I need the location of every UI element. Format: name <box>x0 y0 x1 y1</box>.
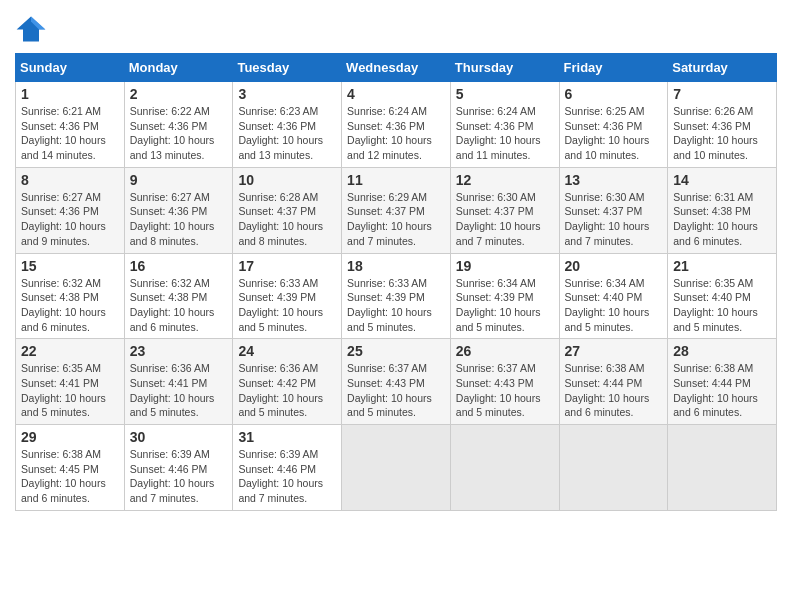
day-number: 21 <box>673 258 771 274</box>
day-info: Sunrise: 6:39 AMSunset: 4:46 PMDaylight:… <box>238 447 336 506</box>
calendar-cell: 11Sunrise: 6:29 AMSunset: 4:37 PMDayligh… <box>342 167 451 253</box>
day-info: Sunrise: 6:33 AMSunset: 4:39 PMDaylight:… <box>238 276 336 335</box>
calendar-cell: 31Sunrise: 6:39 AMSunset: 4:46 PMDayligh… <box>233 425 342 511</box>
calendar-cell: 23Sunrise: 6:36 AMSunset: 4:41 PMDayligh… <box>124 339 233 425</box>
calendar-header-row: Sunday Monday Tuesday Wednesday Thursday… <box>16 54 777 82</box>
day-info: Sunrise: 6:38 AMSunset: 4:44 PMDaylight:… <box>565 361 663 420</box>
day-info: Sunrise: 6:36 AMSunset: 4:42 PMDaylight:… <box>238 361 336 420</box>
col-friday: Friday <box>559 54 668 82</box>
calendar-cell: 17Sunrise: 6:33 AMSunset: 4:39 PMDayligh… <box>233 253 342 339</box>
calendar-week-row: 1Sunrise: 6:21 AMSunset: 4:36 PMDaylight… <box>16 82 777 168</box>
day-number: 11 <box>347 172 445 188</box>
col-tuesday: Tuesday <box>233 54 342 82</box>
calendar-cell <box>559 425 668 511</box>
day-info: Sunrise: 6:24 AMSunset: 4:36 PMDaylight:… <box>347 104 445 163</box>
calendar-cell <box>668 425 777 511</box>
day-number: 14 <box>673 172 771 188</box>
calendar-cell <box>342 425 451 511</box>
calendar-cell: 19Sunrise: 6:34 AMSunset: 4:39 PMDayligh… <box>450 253 559 339</box>
page-header <box>15 15 777 43</box>
day-info: Sunrise: 6:30 AMSunset: 4:37 PMDaylight:… <box>456 190 554 249</box>
col-saturday: Saturday <box>668 54 777 82</box>
day-info: Sunrise: 6:37 AMSunset: 4:43 PMDaylight:… <box>347 361 445 420</box>
day-info: Sunrise: 6:35 AMSunset: 4:41 PMDaylight:… <box>21 361 119 420</box>
calendar-week-row: 29Sunrise: 6:38 AMSunset: 4:45 PMDayligh… <box>16 425 777 511</box>
day-info: Sunrise: 6:37 AMSunset: 4:43 PMDaylight:… <box>456 361 554 420</box>
calendar-cell: 25Sunrise: 6:37 AMSunset: 4:43 PMDayligh… <box>342 339 451 425</box>
day-info: Sunrise: 6:30 AMSunset: 4:37 PMDaylight:… <box>565 190 663 249</box>
calendar-cell: 30Sunrise: 6:39 AMSunset: 4:46 PMDayligh… <box>124 425 233 511</box>
calendar-cell: 15Sunrise: 6:32 AMSunset: 4:38 PMDayligh… <box>16 253 125 339</box>
col-sunday: Sunday <box>16 54 125 82</box>
day-number: 29 <box>21 429 119 445</box>
calendar-cell: 2Sunrise: 6:22 AMSunset: 4:36 PMDaylight… <box>124 82 233 168</box>
day-number: 4 <box>347 86 445 102</box>
day-info: Sunrise: 6:23 AMSunset: 4:36 PMDaylight:… <box>238 104 336 163</box>
calendar-cell: 18Sunrise: 6:33 AMSunset: 4:39 PMDayligh… <box>342 253 451 339</box>
calendar-cell: 13Sunrise: 6:30 AMSunset: 4:37 PMDayligh… <box>559 167 668 253</box>
calendar-week-row: 15Sunrise: 6:32 AMSunset: 4:38 PMDayligh… <box>16 253 777 339</box>
calendar-cell: 5Sunrise: 6:24 AMSunset: 4:36 PMDaylight… <box>450 82 559 168</box>
col-wednesday: Wednesday <box>342 54 451 82</box>
day-number: 30 <box>130 429 228 445</box>
day-info: Sunrise: 6:35 AMSunset: 4:40 PMDaylight:… <box>673 276 771 335</box>
day-number: 28 <box>673 343 771 359</box>
day-info: Sunrise: 6:38 AMSunset: 4:44 PMDaylight:… <box>673 361 771 420</box>
day-number: 8 <box>21 172 119 188</box>
day-info: Sunrise: 6:32 AMSunset: 4:38 PMDaylight:… <box>130 276 228 335</box>
calendar-table: Sunday Monday Tuesday Wednesday Thursday… <box>15 53 777 511</box>
day-number: 17 <box>238 258 336 274</box>
day-number: 31 <box>238 429 336 445</box>
calendar-cell: 6Sunrise: 6:25 AMSunset: 4:36 PMDaylight… <box>559 82 668 168</box>
day-info: Sunrise: 6:28 AMSunset: 4:37 PMDaylight:… <box>238 190 336 249</box>
calendar-cell: 9Sunrise: 6:27 AMSunset: 4:36 PMDaylight… <box>124 167 233 253</box>
day-info: Sunrise: 6:31 AMSunset: 4:38 PMDaylight:… <box>673 190 771 249</box>
day-info: Sunrise: 6:34 AMSunset: 4:40 PMDaylight:… <box>565 276 663 335</box>
day-info: Sunrise: 6:38 AMSunset: 4:45 PMDaylight:… <box>21 447 119 506</box>
day-info: Sunrise: 6:27 AMSunset: 4:36 PMDaylight:… <box>130 190 228 249</box>
day-number: 26 <box>456 343 554 359</box>
day-number: 12 <box>456 172 554 188</box>
day-info: Sunrise: 6:39 AMSunset: 4:46 PMDaylight:… <box>130 447 228 506</box>
day-info: Sunrise: 6:29 AMSunset: 4:37 PMDaylight:… <box>347 190 445 249</box>
calendar-cell: 7Sunrise: 6:26 AMSunset: 4:36 PMDaylight… <box>668 82 777 168</box>
calendar-cell: 22Sunrise: 6:35 AMSunset: 4:41 PMDayligh… <box>16 339 125 425</box>
day-info: Sunrise: 6:27 AMSunset: 4:36 PMDaylight:… <box>21 190 119 249</box>
day-number: 25 <box>347 343 445 359</box>
calendar-cell: 10Sunrise: 6:28 AMSunset: 4:37 PMDayligh… <box>233 167 342 253</box>
day-number: 24 <box>238 343 336 359</box>
day-info: Sunrise: 6:26 AMSunset: 4:36 PMDaylight:… <box>673 104 771 163</box>
day-info: Sunrise: 6:25 AMSunset: 4:36 PMDaylight:… <box>565 104 663 163</box>
day-number: 10 <box>238 172 336 188</box>
calendar-cell: 3Sunrise: 6:23 AMSunset: 4:36 PMDaylight… <box>233 82 342 168</box>
day-number: 2 <box>130 86 228 102</box>
logo <box>15 15 51 43</box>
col-monday: Monday <box>124 54 233 82</box>
calendar-cell: 16Sunrise: 6:32 AMSunset: 4:38 PMDayligh… <box>124 253 233 339</box>
day-info: Sunrise: 6:32 AMSunset: 4:38 PMDaylight:… <box>21 276 119 335</box>
day-number: 19 <box>456 258 554 274</box>
calendar-cell: 8Sunrise: 6:27 AMSunset: 4:36 PMDaylight… <box>16 167 125 253</box>
calendar-cell: 28Sunrise: 6:38 AMSunset: 4:44 PMDayligh… <box>668 339 777 425</box>
day-number: 18 <box>347 258 445 274</box>
calendar-cell: 29Sunrise: 6:38 AMSunset: 4:45 PMDayligh… <box>16 425 125 511</box>
calendar-cell: 1Sunrise: 6:21 AMSunset: 4:36 PMDaylight… <box>16 82 125 168</box>
day-number: 13 <box>565 172 663 188</box>
day-number: 6 <box>565 86 663 102</box>
calendar-cell: 24Sunrise: 6:36 AMSunset: 4:42 PMDayligh… <box>233 339 342 425</box>
calendar-week-row: 8Sunrise: 6:27 AMSunset: 4:36 PMDaylight… <box>16 167 777 253</box>
calendar-cell: 14Sunrise: 6:31 AMSunset: 4:38 PMDayligh… <box>668 167 777 253</box>
calendar-week-row: 22Sunrise: 6:35 AMSunset: 4:41 PMDayligh… <box>16 339 777 425</box>
calendar-cell: 26Sunrise: 6:37 AMSunset: 4:43 PMDayligh… <box>450 339 559 425</box>
day-info: Sunrise: 6:21 AMSunset: 4:36 PMDaylight:… <box>21 104 119 163</box>
day-number: 20 <box>565 258 663 274</box>
day-info: Sunrise: 6:36 AMSunset: 4:41 PMDaylight:… <box>130 361 228 420</box>
logo-icon <box>15 15 47 43</box>
day-number: 9 <box>130 172 228 188</box>
day-number: 16 <box>130 258 228 274</box>
day-info: Sunrise: 6:22 AMSunset: 4:36 PMDaylight:… <box>130 104 228 163</box>
calendar-cell: 12Sunrise: 6:30 AMSunset: 4:37 PMDayligh… <box>450 167 559 253</box>
calendar-cell: 20Sunrise: 6:34 AMSunset: 4:40 PMDayligh… <box>559 253 668 339</box>
day-number: 22 <box>21 343 119 359</box>
day-info: Sunrise: 6:33 AMSunset: 4:39 PMDaylight:… <box>347 276 445 335</box>
